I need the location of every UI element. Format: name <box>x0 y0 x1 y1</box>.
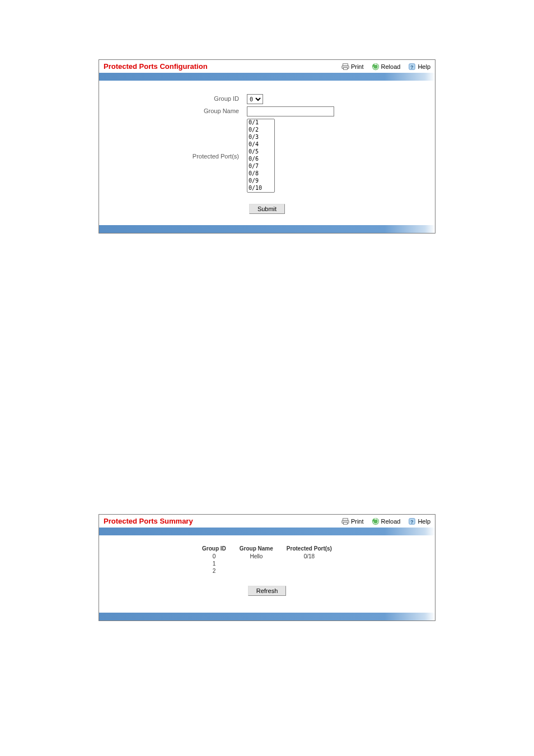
port-option[interactable]: 0/5 <box>247 148 274 156</box>
header-separator-bar <box>99 73 435 81</box>
submit-button[interactable]: Submit <box>249 204 285 214</box>
cell-group-name <box>233 560 280 567</box>
port-option[interactable]: 0/3 <box>247 134 274 141</box>
print-button[interactable]: Print <box>341 517 364 525</box>
summary-table-wrap: Group ID Group Name Protected Port(s) 0 … <box>105 540 429 575</box>
svg-rect-2 <box>343 67 347 69</box>
help-label: Help <box>418 63 430 70</box>
protected-ports-select[interactable]: 0/1 0/2 0/3 0/4 0/5 0/6 0/7 0/8 0/9 0/10 <box>247 119 275 193</box>
svg-rect-8 <box>343 522 347 524</box>
cell-group-name <box>233 567 280 575</box>
reload-button[interactable]: Reload <box>372 517 401 525</box>
help-icon: ? <box>408 63 416 71</box>
label-group-name: Group Name <box>105 106 247 114</box>
col-group-name: Group Name <box>233 544 280 553</box>
print-label: Print <box>351 63 364 70</box>
summary-title: Protected Ports Summary <box>104 517 193 525</box>
help-button[interactable]: ? Help <box>408 517 430 525</box>
header-actions: Print Reload ? Help <box>341 63 430 71</box>
reload-label: Reload <box>381 518 401 525</box>
col-group-id: Group ID <box>195 544 233 553</box>
refresh-row: Refresh <box>105 586 429 596</box>
summary-header-actions: Print Reload ? Help <box>341 517 430 525</box>
row-protected-ports: Protected Port(s) 0/1 0/2 0/3 0/4 0/5 0/… <box>105 119 429 193</box>
summary-body: Group ID Group Name Protected Port(s) 0 … <box>99 535 435 613</box>
table-header-row: Group ID Group Name Protected Port(s) <box>195 544 339 553</box>
port-option[interactable]: 0/7 <box>247 163 274 170</box>
group-name-input[interactable] <box>247 106 334 116</box>
reload-icon <box>372 63 380 71</box>
help-icon: ? <box>408 517 416 525</box>
reload-icon <box>372 517 380 525</box>
config-panel: Protected Ports Configuration Print Relo… <box>99 59 435 234</box>
svg-text:?: ? <box>411 519 414 524</box>
help-button[interactable]: ? Help <box>408 63 430 71</box>
label-protected-ports: Protected Port(s) <box>105 152 247 160</box>
footer-separator-bar <box>99 225 435 233</box>
group-id-select[interactable]: 0 <box>247 94 263 104</box>
port-option[interactable]: 0/4 <box>247 141 274 148</box>
summary-table: Group ID Group Name Protected Port(s) 0 … <box>195 544 339 575</box>
port-option[interactable]: 0/6 <box>247 156 274 163</box>
refresh-button[interactable]: Refresh <box>248 586 287 596</box>
summary-footer-separator <box>99 613 435 620</box>
label-group-id: Group ID <box>105 94 247 102</box>
cell-group-id: 0 <box>195 553 233 560</box>
port-option[interactable]: 0/1 <box>247 119 274 127</box>
print-icon <box>341 517 349 525</box>
reload-label: Reload <box>381 63 401 70</box>
port-option[interactable]: 0/2 <box>247 127 274 134</box>
print-button[interactable]: Print <box>341 63 364 71</box>
cell-ports: 0/18 <box>280 553 339 560</box>
table-row: 2 <box>195 567 339 575</box>
port-option[interactable]: 0/10 <box>247 185 274 192</box>
help-label: Help <box>418 518 430 525</box>
cell-group-id: 1 <box>195 560 233 567</box>
summary-header-separator <box>99 528 435 535</box>
print-icon <box>341 63 349 71</box>
reload-button[interactable]: Reload <box>372 63 401 71</box>
port-option[interactable]: 0/9 <box>247 178 274 185</box>
port-option[interactable]: 0/8 <box>247 170 274 178</box>
config-header: Protected Ports Configuration Print Relo… <box>99 60 435 73</box>
summary-header: Protected Ports Summary Print Reload ? H… <box>99 515 435 528</box>
row-group-id: Group ID 0 <box>105 94 429 104</box>
summary-panel: Protected Ports Summary Print Reload ? H… <box>99 514 435 621</box>
row-group-name: Group Name <box>105 106 429 116</box>
table-row: 0 Hello 0/18 <box>195 553 339 560</box>
cell-group-id: 2 <box>195 567 233 575</box>
cell-ports <box>280 560 339 567</box>
svg-text:?: ? <box>411 64 414 69</box>
submit-row: Submit <box>105 204 429 214</box>
cell-group-name: Hello <box>233 553 280 560</box>
config-title: Protected Ports Configuration <box>104 62 208 71</box>
table-row: 1 <box>195 560 339 567</box>
cell-ports <box>280 567 339 575</box>
col-ports: Protected Port(s) <box>280 544 339 553</box>
print-label: Print <box>351 518 364 525</box>
config-body: Group ID 0 Group Name Protected Port(s) … <box>99 81 435 225</box>
